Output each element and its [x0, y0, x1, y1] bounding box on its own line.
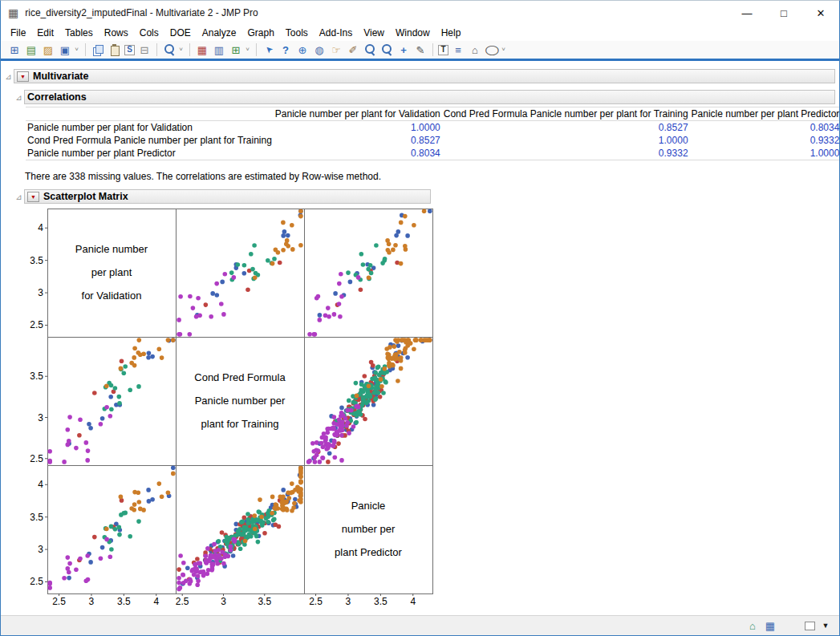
help-tool-icon[interactable]: ? [278, 43, 293, 57]
menu-edit[interactable]: Edit [31, 26, 59, 40]
table-pattern-icon[interactable]: ▦ [195, 43, 209, 57]
menu-addins[interactable]: Add-Ins [314, 26, 358, 40]
svg-text:Panicle number per: Panicle number per [195, 395, 286, 407]
window-controls: — □ ✕ [728, 1, 839, 25]
correlation-value: 1.0000 [274, 121, 442, 135]
annotate-pencil-icon[interactable]: ✎ [413, 43, 428, 57]
open-file-icon[interactable]: ▨ [41, 43, 55, 57]
svg-text:2.5: 2.5 [30, 453, 43, 464]
correlations-header-bar[interactable]: Correlations [24, 90, 835, 104]
scatterplot-matrix[interactable]: 2.533.542.533.52.533.542.533.542.533.52.… [25, 209, 839, 610]
svg-text:3: 3 [38, 544, 43, 555]
scatterplot-matrix-canvas[interactable]: 2.533.542.533.52.533.542.533.542.533.52.… [25, 209, 434, 607]
svg-text:3.5: 3.5 [117, 596, 131, 607]
search-magnifier-icon[interactable] [162, 43, 177, 57]
move-tool-icon[interactable]: ⊕ [295, 43, 310, 57]
close-button[interactable]: ✕ [802, 1, 839, 25]
svg-text:4: 4 [410, 596, 416, 607]
correlation-value: 0.8034 [274, 147, 442, 160]
report-content: ⊿ ▼ Multivariate ⊿ Correlations Panicle … [1, 61, 839, 615]
svg-text:3.5: 3.5 [374, 596, 388, 607]
menu-rows[interactable]: Rows [99, 26, 134, 40]
toolbar-group: ˅ [160, 43, 187, 57]
brush-tool-icon[interactable]: ✐ [346, 43, 360, 57]
arrow-tool-icon[interactable]: ➤ [258, 39, 278, 59]
scatterplot-matrix-title: Scatterplot Matrix [43, 191, 128, 202]
svg-text:plant for Training: plant for Training [201, 418, 279, 430]
svg-text:3.5: 3.5 [30, 255, 43, 266]
svg-text:2.5: 2.5 [30, 319, 43, 330]
correlation-table: Panicle number per plant for ValidationC… [26, 107, 839, 160]
menu-help[interactable]: Help [436, 26, 467, 40]
correlation-row: Panicle number per plant Predictor0.8034… [26, 147, 839, 160]
red-triangle-glyph: ▼ [20, 74, 26, 79]
correlation-value: 0.8527 [442, 121, 690, 135]
toolbar-overflow-arrow[interactable]: ˅ [244, 43, 251, 57]
correlations-title: Correlations [27, 91, 87, 103]
menu-tables[interactable]: Tables [59, 26, 99, 40]
svg-text:3.5: 3.5 [258, 596, 271, 607]
printer-icon[interactable]: ⊟ [137, 43, 152, 57]
menu-window[interactable]: Window [390, 26, 436, 40]
toolbar: ⊞▤▨▣˅S⊟˅▦▥⊞˅➤?⊕◍☞✐+✎T≡⌂◯˅ [1, 41, 839, 61]
menu-tools[interactable]: Tools [280, 26, 314, 40]
home-window-icon[interactable]: ⌂ [745, 618, 760, 633]
svg-text:3.5: 3.5 [30, 371, 43, 382]
correlation-column-header: Panicle number per plant for Validation [274, 107, 442, 121]
window-preview-box[interactable] [805, 622, 815, 630]
new-data-table-icon[interactable]: ⊞ [7, 43, 22, 57]
menu-cols[interactable]: Cols [134, 26, 164, 40]
oval-annotation-icon[interactable]: ◯ [482, 43, 501, 57]
disclosure-triangle-icon[interactable]: ⊿ [3, 72, 14, 81]
correlation-value: 0.9332 [442, 147, 690, 160]
text-annotation-icon[interactable]: T [438, 45, 448, 55]
menu-view[interactable]: View [358, 26, 390, 40]
zoom-out-tool-icon[interactable] [379, 43, 394, 57]
new-journal-icon[interactable]: ▤ [24, 43, 39, 57]
svg-text:2.5: 2.5 [176, 596, 189, 607]
zoom-in-tool-icon[interactable] [363, 43, 377, 57]
red-triangle-glyph: ▼ [30, 194, 36, 200]
table-search-icon[interactable]: ▥ [212, 43, 226, 57]
minimize-button[interactable]: — [728, 1, 765, 25]
toolbar-group: ➤?⊕◍☞✐+✎ [259, 43, 430, 57]
status-dropdown-icon[interactable]: ▼ [818, 618, 833, 633]
disclosure-triangle-icon[interactable]: ⊿ [14, 192, 24, 201]
polygon-annotation-icon[interactable]: ⌂ [468, 43, 482, 57]
scatterplot-outline-row: ⊿ ▼ Scatterplot Matrix [3, 189, 835, 204]
menu-analyze[interactable]: Analyze [197, 26, 242, 40]
toolbar-separator [256, 43, 257, 56]
svg-text:2.5: 2.5 [30, 576, 43, 587]
grabber-hand-icon[interactable]: ☞ [329, 43, 343, 57]
toolbar-separator [156, 43, 157, 56]
lines-annotation-icon[interactable]: ≡ [451, 43, 465, 57]
red-triangle-menu-icon[interactable]: ▼ [27, 192, 39, 202]
crosshair-tool-icon[interactable]: + [396, 43, 411, 57]
multivariate-header-bar[interactable]: ▼ Multivariate [14, 69, 835, 83]
svg-text:plant Predictor: plant Predictor [335, 546, 402, 558]
correlation-value: 1.0000 [690, 147, 839, 160]
svg-text:Cond Pred Formula: Cond Pred Formula [194, 371, 286, 383]
toolbar-overflow-arrow[interactable]: ˅ [73, 43, 80, 57]
run-script-icon[interactable]: S [124, 45, 135, 55]
correlation-row-label: Panicle number per plant for Validation [26, 121, 274, 135]
globe-tool-icon[interactable]: ◍ [312, 43, 327, 57]
disclosure-triangle-icon[interactable]: ⊿ [14, 93, 24, 102]
menu-doe[interactable]: DOE [164, 26, 197, 40]
table-add-icon[interactable]: ⊞ [229, 43, 243, 57]
toolbar-overflow-arrow[interactable]: ˅ [177, 43, 185, 57]
svg-text:3: 3 [89, 596, 95, 607]
svg-text:3: 3 [346, 596, 351, 607]
menu-file[interactable]: File [5, 26, 31, 40]
grid-window-icon[interactable]: ▦ [763, 618, 777, 633]
scatterplot-header-bar[interactable]: ▼ Scatterplot Matrix [24, 189, 431, 204]
copy-icon[interactable] [91, 43, 105, 57]
paste-icon[interactable] [108, 43, 122, 57]
menu-graph[interactable]: Graph [241, 26, 279, 40]
red-triangle-menu-icon[interactable]: ▼ [17, 71, 29, 82]
correlations-outline-row: ⊿ Correlations [3, 90, 835, 104]
maximize-button[interactable]: □ [765, 1, 802, 25]
save-icon[interactable]: ▣ [58, 43, 72, 57]
svg-text:4: 4 [153, 596, 159, 607]
svg-text:Panicle: Panicle [351, 500, 386, 512]
